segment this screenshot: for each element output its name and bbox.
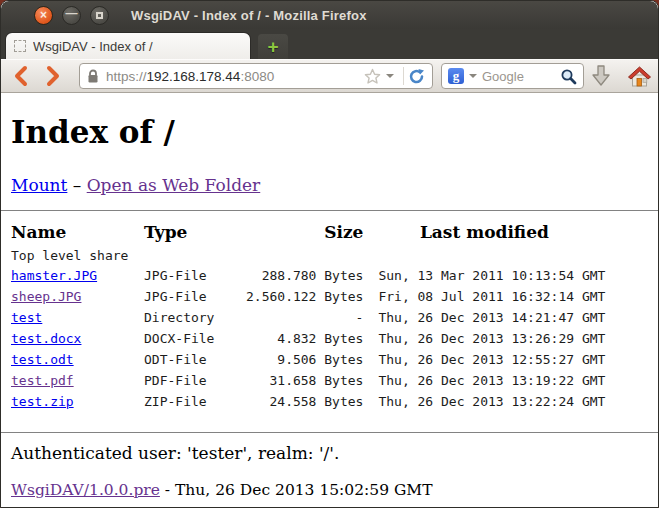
nav-toolbar: https://192.168.178.44:8080 g Google (1, 59, 658, 93)
file-modified: Fri, 08 Jul 2011 16:32:14 GMT (363, 286, 605, 307)
window-title: WsgiDAV - Index of / - Mozilla Firefox (131, 8, 367, 23)
maximize-button[interactable] (90, 6, 109, 25)
table-row: test.docxDOCX-File4.832 BytesThu, 26 Dec… (11, 328, 605, 349)
firefox-window: × — WsgiDAV - Index of / - Mozilla Firef… (0, 0, 659, 508)
tab-strip: WsgiDAV - Index of / + (1, 29, 658, 59)
reload-icon[interactable] (408, 68, 425, 85)
mount-link[interactable]: Mount (11, 175, 67, 195)
file-size: 9.506 Bytes (246, 349, 363, 370)
file-type: Directory (144, 307, 246, 328)
search-icon[interactable] (560, 68, 577, 85)
file-link[interactable]: hamster.JPG (11, 268, 97, 283)
downloads-button[interactable] (587, 65, 615, 87)
forward-button[interactable] (41, 65, 65, 87)
file-link[interactable]: test.pdf (11, 373, 74, 388)
default-favicon-icon (14, 40, 26, 52)
file-modified: Thu, 26 Dec 2013 13:22:24 GMT (363, 391, 605, 412)
table-row: hamster.JPGJPG-File288.780 BytesSun, 13 … (11, 265, 605, 286)
file-link[interactable]: sheep.JPG (11, 289, 81, 304)
file-modified: Thu, 26 Dec 2013 13:26:29 GMT (363, 328, 605, 349)
url-port: :8080 (240, 69, 274, 84)
divider (1, 210, 658, 211)
table-row: sheep.JPGJPG-File2.560.122 BytesFri, 08 … (11, 286, 605, 307)
tab-title: WsgiDAV - Index of / (33, 39, 153, 54)
file-type: ODT-File (144, 349, 246, 370)
file-size: 4.832 Bytes (246, 328, 363, 349)
minimize-icon: — (66, 7, 78, 19)
server-footer: WsgiDAV/1.0.0.pre - Thu, 26 Dec 2013 15:… (11, 481, 648, 499)
page-title: Index of / (11, 114, 648, 150)
file-type: JPG-File (144, 265, 246, 286)
file-size: 288.780 Bytes (246, 265, 363, 286)
tab-wsgidav[interactable]: WsgiDAV - Index of / (5, 32, 251, 59)
header-type: Type (144, 219, 246, 245)
window-controls: × — (34, 6, 109, 25)
open-web-folder-link[interactable]: Open as Web Folder (87, 175, 261, 195)
lock-icon (87, 69, 99, 84)
download-arrow-icon (591, 65, 611, 88)
share-label-row: Top level share (11, 245, 605, 265)
header-modified: Last modified (363, 219, 605, 245)
file-link[interactable]: test (11, 310, 42, 325)
url-dropdown-icon[interactable] (386, 74, 394, 78)
home-icon (627, 65, 652, 88)
file-link[interactable]: test.odt (11, 352, 74, 367)
table-header-row: Name Type Size Last modified (11, 219, 605, 245)
file-type: ZIP-File (144, 391, 246, 412)
close-icon: × (40, 9, 47, 21)
url-scheme: https:// (106, 69, 147, 84)
file-modified: Thu, 26 Dec 2013 12:55:27 GMT (363, 349, 605, 370)
url-host: 192.168.178.44 (147, 69, 241, 84)
file-link[interactable]: test.docx (11, 331, 81, 346)
minimize-button[interactable]: — (62, 6, 81, 25)
file-size: 31.658 Bytes (246, 370, 363, 391)
file-size: - (246, 307, 363, 328)
table-row: testDirectory-Thu, 26 Dec 2013 14:21:47 … (11, 307, 605, 328)
home-button[interactable] (624, 65, 654, 87)
divider (403, 67, 404, 85)
file-size: 24.558 Bytes (246, 391, 363, 412)
file-modified: Sun, 13 Mar 2011 10:13:54 GMT (363, 265, 605, 286)
title-bar: × — WsgiDAV - Index of / - Mozilla Firef… (1, 1, 658, 29)
file-listing-table: Name Type Size Last modified Top level s… (11, 219, 605, 412)
url-bar[interactable]: https://192.168.178.44:8080 (79, 63, 433, 89)
wsgidav-version-link[interactable]: WsgiDAV/1.0.0.pre (11, 481, 160, 499)
file-size: 2.560.122 Bytes (246, 286, 363, 307)
url-text: https://192.168.178.44:8080 (106, 69, 364, 84)
file-link[interactable]: test.zip (11, 394, 74, 409)
link-separator: – (67, 175, 86, 195)
table-row: test.pdfPDF-File31.658 BytesThu, 26 Dec … (11, 370, 605, 391)
footer-timestamp: - Thu, 26 Dec 2013 15:02:59 GMT (160, 481, 433, 499)
bookmark-star-icon[interactable] (364, 68, 381, 85)
forward-icon (45, 65, 61, 87)
new-tab-button[interactable]: + (258, 34, 288, 59)
back-icon (13, 65, 29, 87)
file-modified: Thu, 26 Dec 2013 14:21:47 GMT (363, 307, 605, 328)
share-label: Top level share (11, 245, 605, 265)
table-row: test.odtODT-File9.506 BytesThu, 26 Dec 2… (11, 349, 605, 370)
search-engine-dropdown-icon[interactable] (469, 74, 477, 78)
search-input[interactable]: Google (482, 69, 560, 84)
file-modified: Thu, 26 Dec 2013 13:19:22 GMT (363, 370, 605, 391)
header-name: Name (11, 219, 144, 245)
file-type: PDF-File (144, 370, 246, 391)
plus-icon: + (267, 36, 278, 58)
header-size: Size (246, 219, 363, 245)
auth-status: Authenticated user: 'tester', realm: '/'… (11, 443, 648, 463)
close-button[interactable]: × (34, 6, 53, 25)
page-content: Index of / Mount – Open as Web Folder Na… (1, 93, 658, 507)
search-bar[interactable]: g Google (441, 63, 584, 89)
table-row: test.zipZIP-File24.558 BytesThu, 26 Dec … (11, 391, 605, 412)
maximize-icon (96, 12, 103, 19)
file-type: JPG-File (144, 286, 246, 307)
file-type: DOCX-File (144, 328, 246, 349)
back-button[interactable] (9, 65, 33, 87)
divider (1, 432, 658, 433)
action-links: Mount – Open as Web Folder (11, 174, 648, 196)
google-favicon-icon: g (448, 68, 464, 84)
